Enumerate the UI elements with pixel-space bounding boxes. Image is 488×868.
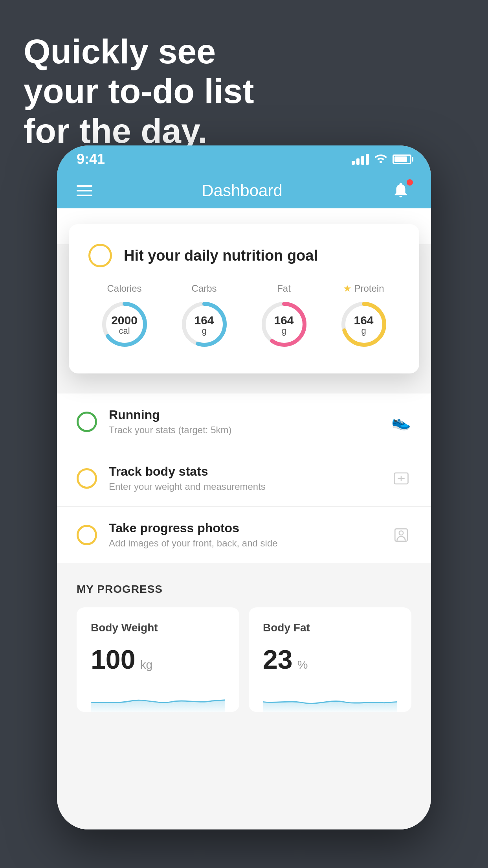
protein-chart: 164 g	[338, 299, 389, 350]
running-checkbox[interactable]	[77, 412, 97, 432]
app-body: THINGS TO DO TODAY Hit your daily nutrit…	[57, 208, 431, 829]
body-fat-unit: %	[297, 658, 308, 671]
nutrition-fat: Fat 164 g	[259, 283, 310, 350]
carbs-label: Carbs	[191, 283, 216, 294]
person-icon	[393, 527, 409, 543]
signal-icon	[352, 154, 369, 165]
status-time: 9:41	[77, 151, 105, 167]
scale-icon	[393, 470, 409, 487]
running-icon-container: 👟	[391, 412, 411, 432]
carbs-value: 164	[194, 314, 214, 327]
list-item[interactable]: Running Track your stats (target: 5km) 👟	[57, 394, 431, 450]
hamburger-menu[interactable]	[77, 185, 92, 196]
fat-value: 164	[274, 314, 294, 327]
bodystats-title: Track body stats	[109, 464, 379, 479]
todo-list: Running Track your stats (target: 5km) 👟…	[57, 394, 431, 563]
nutrition-carbs: Carbs 164 g	[179, 283, 230, 350]
battery-icon	[393, 154, 411, 164]
fat-unit: g	[274, 327, 294, 335]
body-fat-value: 23	[263, 646, 293, 673]
body-fat-title: Body Fat	[263, 622, 397, 634]
carbs-unit: g	[194, 327, 214, 335]
header-title: Dashboard	[202, 181, 282, 200]
photos-checkbox[interactable]	[77, 525, 97, 545]
calories-unit: cal	[111, 327, 138, 335]
progress-cards: Body Weight 100 kg	[77, 607, 411, 712]
list-item[interactable]: Take progress photos Add images of your …	[57, 507, 431, 563]
list-item[interactable]: Track body stats Enter your weight and m…	[57, 450, 431, 507]
body-weight-chart	[91, 684, 225, 712]
photos-title: Take progress photos	[109, 521, 379, 535]
protein-value-container: 164 g	[354, 314, 373, 335]
headline-line1: Quickly see	[24, 31, 254, 71]
running-subtitle: Track your stats (target: 5km)	[109, 425, 379, 436]
notification-dot	[407, 179, 413, 186]
notification-bell-icon[interactable]	[392, 181, 411, 200]
bodystats-checkbox[interactable]	[77, 468, 97, 489]
status-bar: 9:41	[57, 145, 431, 173]
card-title: Hit your daily nutrition goal	[124, 247, 318, 264]
running-text: Running Track your stats (target: 5km)	[109, 408, 379, 436]
progress-section: MY PROGRESS Body Weight 100 kg	[57, 563, 431, 712]
svg-point-12	[399, 531, 404, 535]
photos-subtitle: Add images of your front, back, and side	[109, 538, 379, 549]
fat-chart: 164 g	[259, 299, 310, 350]
nutrition-calories: Calories 2000 cal	[99, 283, 150, 350]
fat-label: Fat	[277, 283, 291, 294]
nutrition-protein: ★ Protein 164 g	[338, 283, 389, 350]
progress-title: MY PROGRESS	[77, 583, 411, 596]
scale-icon-container	[391, 468, 411, 489]
person-icon-container	[391, 525, 411, 545]
body-fat-card[interactable]: Body Fat 23 %	[249, 607, 411, 712]
wifi-icon	[374, 153, 387, 166]
phone-mockup: 9:41 Dashboard	[57, 145, 431, 829]
bodystats-subtitle: Enter your weight and measurements	[109, 481, 379, 492]
nutrition-card: Hit your daily nutrition goal Calories 2…	[69, 224, 419, 373]
shoe-icon: 👟	[391, 412, 411, 431]
calories-value-container: 2000 cal	[111, 314, 138, 335]
card-header: Hit your daily nutrition goal	[88, 244, 400, 267]
headline-line2: your to-do list	[24, 71, 254, 111]
protein-value: 164	[354, 314, 373, 327]
photos-text: Take progress photos Add images of your …	[109, 521, 379, 549]
star-icon: ★	[343, 283, 352, 294]
fat-value-container: 164 g	[274, 314, 294, 335]
running-title: Running	[109, 408, 379, 422]
calories-chart: 2000 cal	[99, 299, 150, 350]
calories-label: Calories	[107, 283, 141, 294]
body-weight-value-row: 100 kg	[91, 646, 225, 673]
body-weight-value: 100	[91, 646, 135, 673]
task-checkbox[interactable]	[88, 244, 112, 267]
calories-value: 2000	[111, 314, 138, 327]
protein-unit: g	[354, 327, 373, 335]
bodystats-text: Track body stats Enter your weight and m…	[109, 464, 379, 492]
body-weight-title: Body Weight	[91, 622, 225, 634]
body-fat-chart	[263, 684, 397, 712]
headline-line3: for the day.	[24, 111, 254, 151]
status-icons	[352, 153, 411, 166]
body-weight-card[interactable]: Body Weight 100 kg	[77, 607, 239, 712]
carbs-chart: 164 g	[179, 299, 230, 350]
body-fat-value-row: 23 %	[263, 646, 397, 673]
app-header: Dashboard	[57, 173, 431, 208]
nutrition-row: Calories 2000 cal Carbs	[88, 283, 400, 350]
carbs-value-container: 164 g	[194, 314, 214, 335]
headline: Quickly see your to-do list for the day.	[24, 31, 254, 151]
body-weight-unit: kg	[140, 658, 152, 671]
protein-label: ★ Protein	[343, 283, 384, 294]
